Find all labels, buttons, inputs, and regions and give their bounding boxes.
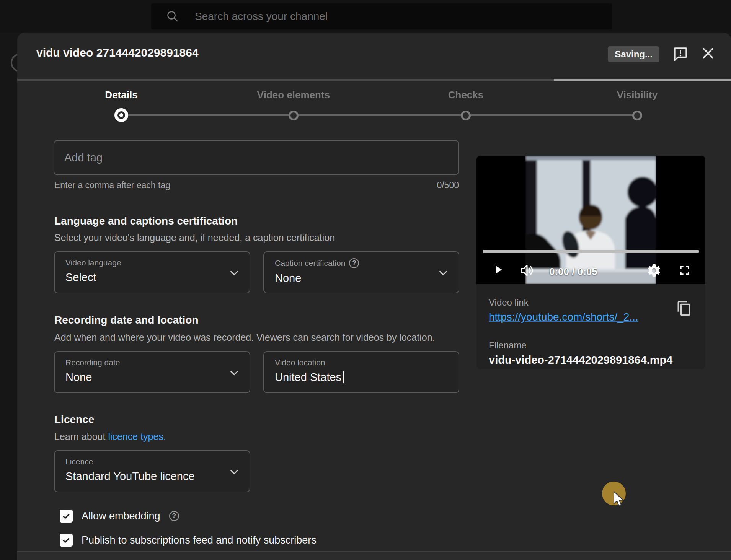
video-link-label: Video link xyxy=(489,297,529,308)
video-location-label: Video location xyxy=(275,358,459,367)
header-divider xyxy=(17,79,554,81)
chevron-down-icon xyxy=(437,267,449,279)
learn-about-text: Learn about xyxy=(54,431,108,442)
language-section-subtitle: Select your video's language and, if nee… xyxy=(54,232,335,243)
video-player[interactable]: 0:00 / 0:05 xyxy=(476,156,705,284)
tag-helper-text: Enter a comma after each tag xyxy=(54,180,170,190)
chevron-down-icon xyxy=(228,466,240,478)
step-details[interactable]: Details xyxy=(64,89,179,101)
recording-date-dropdown[interactable]: Recording date None xyxy=(54,351,250,393)
tag-char-counter: 0/500 xyxy=(437,180,459,190)
publish-subscriptions-checkbox[interactable] xyxy=(60,534,73,547)
text-cursor xyxy=(343,371,344,383)
help-icon[interactable]: ? xyxy=(169,511,179,521)
step-dot-details[interactable] xyxy=(114,108,128,122)
dialog-title: vidu video 2714442029891864 xyxy=(36,46,199,59)
close-button[interactable] xyxy=(700,46,716,61)
recording-section-heading: Recording date and location xyxy=(54,314,198,326)
chevron-down-icon xyxy=(228,366,240,379)
chevron-down-icon xyxy=(228,267,240,279)
video-location-value[interactable]: United States xyxy=(275,371,341,383)
video-location-field[interactable]: Video location United States xyxy=(263,351,459,393)
video-details-dialog: vidu video 2714442029891864 Saving... De… xyxy=(17,33,731,560)
licence-section-heading: Licence xyxy=(54,413,94,426)
step-dot-checks[interactable] xyxy=(461,111,471,120)
language-section-heading: Language and captions certification xyxy=(54,215,238,227)
video-language-value: Select xyxy=(65,271,250,284)
mouse-cursor-icon xyxy=(611,491,627,508)
allow-embedding-label: Allow embedding xyxy=(82,510,160,522)
settings-gear-icon[interactable] xyxy=(646,263,662,278)
feedback-icon xyxy=(673,46,688,62)
filename-value: vidu-video-2714442029891864.mp4 xyxy=(489,354,672,366)
studio-topbar xyxy=(0,0,731,33)
copy-link-button[interactable] xyxy=(676,300,692,316)
player-time: 0:00 / 0:05 xyxy=(549,266,597,278)
saving-status-badge: Saving... xyxy=(608,46,659,62)
licence-types-link[interactable]: licence types. xyxy=(108,431,166,442)
help-icon[interactable]: ? xyxy=(349,258,359,268)
screen: vidu video 2714442029891864 Saving... De… xyxy=(0,0,731,560)
recording-date-value: None xyxy=(65,371,250,384)
video-preview-card: 0:00 / 0:05 Video link https://youtube.c… xyxy=(476,156,705,369)
filename-label: Filename xyxy=(489,340,527,351)
stepper-connector xyxy=(121,114,637,116)
caption-certification-label: Caption certification xyxy=(275,259,345,268)
volume-icon[interactable] xyxy=(519,263,535,278)
licence-value: Standard YouTube licence xyxy=(65,470,250,483)
checkmark-icon xyxy=(61,535,71,545)
play-icon[interactable] xyxy=(491,263,505,277)
step-dot-core xyxy=(119,113,123,117)
dialog-footer xyxy=(17,552,731,560)
step-dot-gap xyxy=(117,111,125,119)
search-icon xyxy=(166,10,179,23)
copy-icon xyxy=(676,300,692,316)
step-checks[interactable]: Checks xyxy=(408,89,523,101)
step-dot-visibility[interactable] xyxy=(632,111,642,120)
step-dot-video-elements[interactable] xyxy=(289,111,299,120)
licence-dropdown[interactable]: Licence Standard YouTube licence xyxy=(54,450,250,492)
feedback-button[interactable] xyxy=(673,46,688,62)
recording-date-label: Recording date xyxy=(65,358,250,367)
licence-label: Licence xyxy=(65,457,250,466)
caption-certification-dropdown[interactable]: Caption certification ? None xyxy=(263,251,459,293)
recording-section-subtitle: Add when and where your video was record… xyxy=(54,332,435,343)
step-visibility[interactable]: Visibility xyxy=(580,89,695,101)
video-thumbnail xyxy=(525,156,656,284)
caption-certification-value: None xyxy=(275,272,459,285)
publish-subscriptions-label: Publish to subscriptions feed and notify… xyxy=(82,534,317,546)
step-video-elements[interactable]: Video elements xyxy=(236,89,351,101)
close-icon xyxy=(700,46,716,61)
video-language-label: Video language xyxy=(65,258,250,267)
checkmark-icon xyxy=(61,511,71,521)
search-input[interactable] xyxy=(195,10,539,23)
video-language-dropdown[interactable]: Video language Select xyxy=(54,251,250,293)
add-tag-field[interactable] xyxy=(54,140,459,175)
channel-search-box[interactable] xyxy=(151,3,612,29)
allow-embedding-checkbox[interactable] xyxy=(60,510,73,523)
add-tag-input[interactable] xyxy=(54,141,458,174)
fullscreen-icon[interactable] xyxy=(677,263,692,278)
header-progress-segment xyxy=(554,79,731,81)
player-progress-bar[interactable] xyxy=(483,250,699,253)
video-link-url[interactable]: https://youtube.com/shorts/_2... xyxy=(489,311,638,323)
video-info-panel: Video link https://youtube.com/shorts/_2… xyxy=(476,284,705,369)
